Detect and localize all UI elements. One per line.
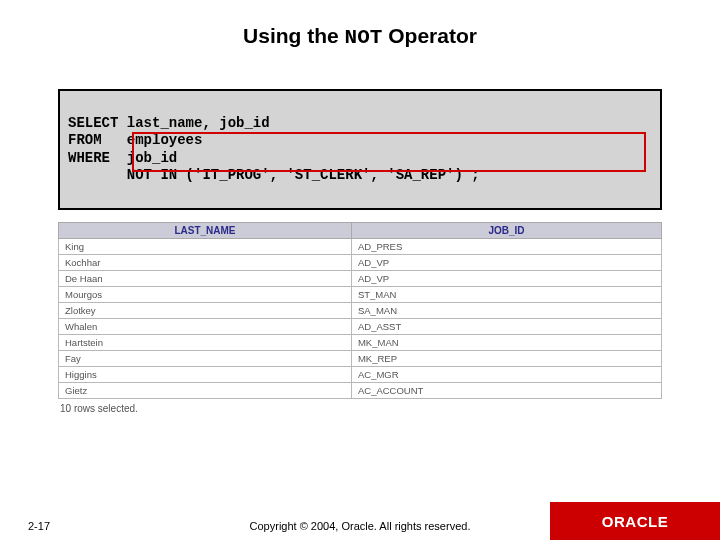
table-row: De HaanAD_VP	[59, 271, 662, 287]
table-row: HartsteinMK_MAN	[59, 335, 662, 351]
title-post: Operator	[382, 24, 477, 47]
col-header-lastname: LAST_NAME	[59, 223, 352, 239]
table-row: MourgosST_MAN	[59, 287, 662, 303]
sql-code-box: SELECT last_name, job_id FROM employees …	[58, 89, 662, 210]
rows-selected-note: 10 rows selected.	[58, 403, 662, 414]
footer: 2-17 Copyright © 2004, Oracle. All right…	[0, 502, 720, 540]
brand-bar: ORACLE	[550, 502, 720, 540]
table-row: HigginsAC_MGR	[59, 367, 662, 383]
title-op: NOT	[345, 26, 383, 49]
sql-line-1: SELECT last_name, job_id	[68, 115, 270, 131]
table-row: ZlotkeySA_MAN	[59, 303, 662, 319]
sql-line-4: NOT IN ('IT_PROG', 'ST_CLERK', 'SA_REP')…	[68, 167, 480, 183]
result-area: LAST_NAME JOB_ID KingAD_PRES KochharAD_V…	[58, 222, 662, 414]
slide-title: Using the NOT Operator	[0, 24, 720, 49]
col-header-jobid: JOB_ID	[351, 223, 661, 239]
table-row: KochharAD_VP	[59, 255, 662, 271]
sql-line-2: FROM employees	[68, 132, 202, 148]
result-table: LAST_NAME JOB_ID KingAD_PRES KochharAD_V…	[58, 222, 662, 399]
brand-text: ORACLE	[602, 513, 668, 530]
table-row: GietzAC_ACCOUNT	[59, 383, 662, 399]
table-row: FayMK_REP	[59, 351, 662, 367]
title-pre: Using the	[243, 24, 345, 47]
highlight-box	[132, 132, 646, 172]
table-row: WhalenAD_ASST	[59, 319, 662, 335]
sql-line-3: WHERE job_id	[68, 150, 177, 166]
table-row: KingAD_PRES	[59, 239, 662, 255]
